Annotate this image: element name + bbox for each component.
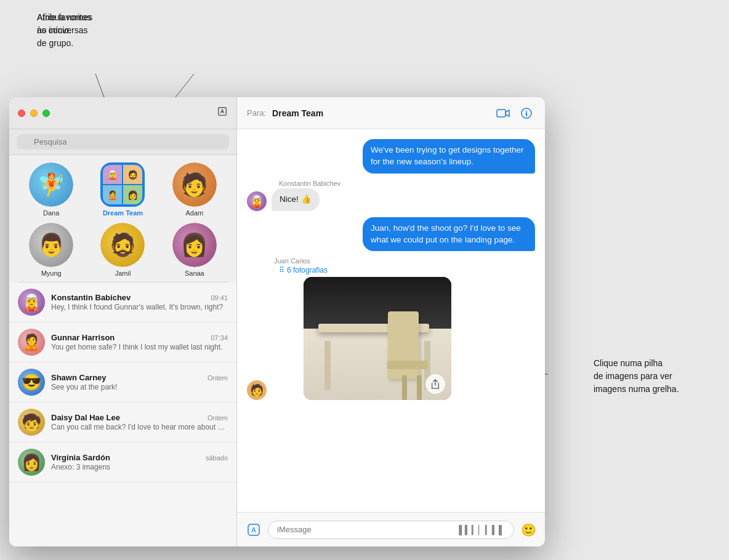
pinned-name-jamil: Jamil bbox=[115, 270, 131, 277]
pinned-item-jamil[interactable]: 🧔 Jamil bbox=[87, 223, 158, 277]
titlebar bbox=[9, 97, 236, 129]
photo-sender-name: Juan Carlos bbox=[274, 257, 535, 265]
svg-point-10 bbox=[526, 110, 527, 111]
pinned-name-dana: Dana bbox=[43, 209, 59, 217]
conv-name: Konstantin Babichev bbox=[51, 293, 131, 302]
avatar-myung: 👨 bbox=[29, 223, 73, 267]
video-call-button[interactable] bbox=[494, 105, 512, 122]
pinned-item-dana[interactable]: 🧚 Dana bbox=[15, 162, 87, 217]
conv-preview: Can you call me back? I'd love to hear m… bbox=[51, 423, 228, 431]
list-item[interactable]: 😎 Shawn Carney Ontem See you at the park… bbox=[9, 362, 236, 402]
conv-preview: Hey, I think I found Gunnar's wallet. It… bbox=[51, 303, 228, 311]
message-row-received: 🧝 Nice! 👍 bbox=[247, 188, 535, 211]
conversation-list: 🧝 Konstantin Babichev 09:41 Hey, I think… bbox=[9, 282, 236, 546]
pinned-name-sanaa: Sanaa bbox=[185, 270, 204, 277]
avatar-small-juan: 🧑 bbox=[247, 380, 267, 400]
avatar-dream-team: 🧝 🧔 🙎 👩 bbox=[100, 162, 145, 207]
audio-waveform-icon: ▌▍▎▏▎▍▌ bbox=[459, 525, 505, 535]
chat-recipient-name: Dream Team bbox=[272, 108, 488, 118]
annotation-pin-favorites: Afixe favoritos no início. bbox=[37, 11, 91, 37]
annotation-image-stack: Clique numa pilha de imagens para ver im… bbox=[594, 357, 717, 396]
avatar-konstantin: 🧝 bbox=[18, 289, 45, 316]
svg-rect-7 bbox=[497, 110, 505, 117]
list-item[interactable]: 🙎 Gunnar Harrison 07:34 You get home saf… bbox=[9, 322, 236, 362]
conv-time: Ontem bbox=[207, 374, 228, 382]
conv-name: Shawn Carney bbox=[51, 373, 107, 382]
compose-button[interactable] bbox=[217, 106, 228, 120]
pinned-item-adam[interactable]: 🧑 Adam bbox=[159, 162, 230, 217]
list-item[interactable]: 👩 Virginia Sardón sábado Anexo: 3 imagen… bbox=[9, 442, 236, 482]
conv-name: Gunnar Harrison bbox=[51, 333, 115, 342]
photo-stack[interactable] bbox=[304, 277, 451, 400]
message-bubble: Nice! 👍 bbox=[272, 188, 320, 211]
chat-to-label: Para: bbox=[247, 108, 266, 118]
avatar-jamil: 🧔 bbox=[100, 223, 145, 267]
list-item[interactable]: 🧝 Konstantin Babichev 09:41 Hey, I think… bbox=[9, 282, 236, 322]
message-row-sent: Juan, how'd the shoot go? I'd love to se… bbox=[247, 217, 535, 252]
input-area: A ▌▍▎▏▎▍▌ 🙂 bbox=[237, 512, 545, 546]
conv-time: sábado bbox=[206, 454, 228, 462]
conv-preview: See you at the park! bbox=[51, 383, 228, 391]
svg-rect-5 bbox=[219, 108, 227, 116]
svg-text:A: A bbox=[251, 526, 256, 534]
message-bubble: Juan, how'd the shoot go? I'd love to se… bbox=[363, 217, 535, 252]
avatar-virginia: 👩 bbox=[18, 449, 45, 476]
pinned-item-dream-team[interactable]: 🧝 🧔 🙎 👩 Dream Team bbox=[87, 162, 158, 217]
message-input[interactable] bbox=[277, 525, 455, 534]
search-bar: 🔍 bbox=[9, 129, 236, 155]
pinned-name-adam: Adam bbox=[185, 209, 203, 217]
maximize-button[interactable] bbox=[42, 110, 50, 117]
emoji-button[interactable]: 🙂 bbox=[519, 521, 538, 539]
conv-time: 07:34 bbox=[211, 334, 228, 342]
photo-message-group: Juan Carlos ⠿ 6 fotografias 🧑 bbox=[247, 257, 535, 400]
message-sender-name: Konstantin Babichev bbox=[279, 180, 535, 187]
chat-area: Para: Dream Team We've been trying t bbox=[237, 97, 545, 546]
avatar-gunnar: 🙎 bbox=[18, 329, 45, 356]
conv-preview: You get home safe? I think I lost my wal… bbox=[51, 343, 228, 351]
pinned-name-dream-team: Dream Team bbox=[103, 209, 143, 217]
chat-header: Para: Dream Team bbox=[237, 97, 545, 129]
pinned-name-myung: Myung bbox=[41, 270, 62, 277]
pinned-grid: 🧚 Dana 🧝 🧔 🙎 👩 Dream Team bbox=[9, 162, 236, 277]
avatar-sanaa: 👩 bbox=[172, 223, 217, 267]
messages-container: We've been trying to get designs togethe… bbox=[237, 129, 545, 512]
avatar-shawn: 😎 bbox=[18, 369, 45, 396]
pinned-item-myung[interactable]: 👨 Myung bbox=[15, 223, 87, 277]
search-input[interactable] bbox=[17, 134, 229, 150]
close-button[interactable] bbox=[18, 110, 25, 117]
message-bubble: We've been trying to get designs togethe… bbox=[363, 139, 535, 174]
app-store-button[interactable]: A bbox=[244, 521, 263, 539]
sidebar: 🔍 🧚 Dana 🧝 🧔 bbox=[9, 97, 237, 546]
message-group-received: Konstantin Babichev 🧝 Nice! 👍 bbox=[247, 180, 535, 211]
app-window: 🔍 🧚 Dana 🧝 🧔 bbox=[9, 97, 545, 546]
message-row-sent: We've been trying to get designs togethe… bbox=[247, 139, 535, 174]
conv-time: Ontem bbox=[207, 414, 228, 422]
pinned-item-sanaa[interactable]: 👩 Sanaa bbox=[159, 223, 230, 277]
message-input-wrap: ▌▍▎▏▎▍▌ bbox=[268, 521, 514, 539]
avatar-adam: 🧑 bbox=[172, 162, 217, 207]
info-button[interactable] bbox=[518, 105, 535, 122]
conv-time: 09:41 bbox=[211, 294, 228, 302]
conv-name: Daisy Dal Hae Lee bbox=[51, 413, 120, 422]
avatar-small-konstantin: 🧝 bbox=[247, 191, 267, 211]
conv-name: Virginia Sardón bbox=[51, 453, 110, 462]
photo-count-label: ⠿ 6 fotografias bbox=[279, 266, 535, 274]
conv-preview: Anexo: 3 imagens bbox=[51, 463, 228, 471]
pinned-section: 🧚 Dana 🧝 🧔 🙎 👩 Dream Team bbox=[9, 155, 236, 282]
avatar-dana: 🧚 bbox=[29, 162, 73, 207]
avatar-daisy: 🧒 bbox=[18, 409, 45, 436]
minimize-button[interactable] bbox=[30, 110, 38, 117]
list-item[interactable]: 🧒 Daisy Dal Hae Lee Ontem Can you call m… bbox=[9, 402, 236, 442]
